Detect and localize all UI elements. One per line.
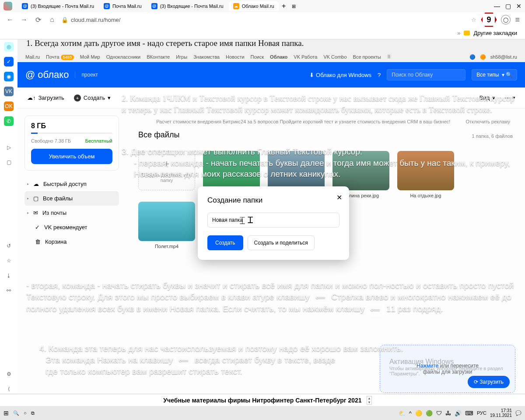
- nav-trash[interactable]: 🗑Корзина: [24, 234, 119, 249]
- trash-icon: 🗑: [35, 238, 41, 245]
- dropzone-upload-button[interactable]: ⟳ Загрузить: [468, 376, 510, 388]
- avatar-icon[interactable]: 🔵: [469, 54, 476, 60]
- nav-link[interactable]: Знакомства: [193, 54, 220, 60]
- dock-settings-icon[interactable]: ⚙: [4, 369, 14, 379]
- storage-plan[interactable]: Бесплатный: [85, 138, 112, 144]
- cloud-icon: ☁: [33, 181, 39, 187]
- mail-icon: @: [151, 3, 158, 9]
- bookmarks-folder[interactable]: Другие закладки: [473, 30, 517, 36]
- project-label: проект: [75, 72, 98, 78]
- extension-badge[interactable]: 9: [481, 12, 497, 28]
- new-tab-button[interactable]: +: [280, 2, 288, 10]
- avatar-icon[interactable]: 🟠: [480, 54, 486, 60]
- start-button[interactable]: ⊞: [4, 410, 9, 416]
- nav-link[interactable]: Одноклассники: [106, 54, 141, 60]
- nav-link[interactable]: Почта 5493: [46, 54, 74, 60]
- search-icon[interactable]: 🔍: [13, 410, 19, 416]
- tray-network-icon[interactable]: 🖧: [445, 410, 451, 416]
- bookmarks-overflow[interactable]: »: [457, 30, 460, 36]
- mail-icon: @: [22, 3, 28, 9]
- dock-ig-icon[interactable]: ▢: [4, 158, 14, 167]
- tray-antivirus-icon[interactable]: 🛡: [436, 410, 442, 416]
- tab-1[interactable]: @Почта Mail.ru: [99, 1, 146, 11]
- close-button[interactable]: ✕: [516, 3, 522, 10]
- home-button[interactable]: ⌂: [47, 16, 57, 24]
- cloud-icon: ☁: [233, 3, 239, 9]
- tray-icon[interactable]: 🟢: [426, 410, 433, 416]
- upgrade-button[interactable]: Увеличить объем: [31, 149, 112, 164]
- tray-chevron-icon[interactable]: ^: [409, 410, 412, 416]
- menu-button[interactable]: ≡: [515, 15, 520, 24]
- tray-weather-icon[interactable]: ⛅: [399, 410, 406, 416]
- folder-nav: ▸☁Быстрый доступ ▸▢Все файлы ▸✉Из почты …: [24, 177, 119, 249]
- dock-collapse-icon[interactable]: ⟨: [4, 384, 14, 394]
- folder-name-input[interactable]: [207, 213, 340, 228]
- download-app-link[interactable]: ⬇ Облако для Windows: [309, 72, 371, 78]
- text-cursor-marker: ⌶ Ꮖ: [240, 215, 253, 225]
- nav-link[interactable]: VK Работа: [294, 54, 317, 60]
- url-field[interactable]: 🔒 cloud.mail.ru/home/: [61, 17, 467, 23]
- file-tile[interactable]: Полет.mp4: [138, 202, 195, 249]
- dock-link-icon[interactable]: ⚯: [4, 286, 14, 295]
- scroll-buttons[interactable]: ▴▾: [367, 396, 372, 405]
- nav-link[interactable]: Мой Мир: [80, 54, 100, 60]
- dock-ok-icon[interactable]: OK: [4, 102, 14, 111]
- nav-from-mail[interactable]: ▸✉Из почты: [24, 206, 119, 220]
- maximize-button[interactable]: ▢: [505, 3, 511, 10]
- reload-button[interactable]: ⟳: [33, 16, 43, 24]
- nav-quick-access[interactable]: ▸☁Быстрый доступ: [24, 177, 119, 191]
- ad-close[interactable]: Отключить рекламу: [466, 119, 510, 124]
- cortana-icon[interactable]: ○: [24, 410, 27, 416]
- ad-banner[interactable]: Расчет стоимости внедрения Битрикс24 за …: [138, 116, 513, 127]
- language-indicator[interactable]: РУС: [477, 410, 486, 416]
- create-share-button[interactable]: Создать и поделиться: [248, 235, 315, 250]
- backspace-key-icon: ⟸: [367, 304, 384, 315]
- forward-button[interactable]: →: [19, 16, 29, 24]
- types-filter[interactable]: Все типы ▾ 🔍: [472, 69, 517, 80]
- dock-whatsapp-icon[interactable]: ✆: [4, 116, 14, 126]
- search-input[interactable]: Поиск по Облаку: [387, 69, 466, 80]
- back-button[interactable]: ←: [5, 16, 15, 24]
- clock[interactable]: 17:3119.11.2021: [490, 408, 512, 418]
- nav-link[interactable]: Облако: [270, 54, 287, 60]
- nav-link[interactable]: Новости: [226, 54, 245, 60]
- tab-2[interactable]: @(3) Входящие - Почта Mail.ru: [147, 1, 228, 11]
- nav-link[interactable]: Поиск: [251, 54, 264, 60]
- dock-history-icon[interactable]: ↺: [4, 241, 14, 251]
- create-button[interactable]: +Создать ▾: [74, 94, 111, 102]
- dock-icon[interactable]: ✓: [4, 57, 14, 66]
- apps-icon[interactable]: ⠿: [387, 54, 391, 60]
- nav-link[interactable]: Игры: [176, 54, 187, 60]
- nav-link[interactable]: Все проекты: [353, 54, 381, 60]
- minimize-button[interactable]: —: [494, 3, 500, 10]
- tray-icon[interactable]: 🟡: [415, 410, 422, 416]
- left-panel: 8 ГБ Свободно 7.38 ГБ Бесплатный Увеличи…: [18, 108, 126, 256]
- upload-button[interactable]: ☁↑Загрузить: [27, 94, 64, 101]
- tray-keyboard-icon[interactable]: ⌨: [465, 410, 473, 416]
- notifications-icon[interactable]: 💬: [515, 410, 522, 416]
- dock-star-icon[interactable]: ☆: [4, 256, 14, 266]
- dock-vk-icon[interactable]: VK: [4, 87, 14, 96]
- help-icon[interactable]: ?: [378, 72, 381, 78]
- close-icon[interactable]: ✕: [336, 193, 342, 202]
- dock-icon[interactable]: ◉: [4, 72, 14, 81]
- tray-volume-icon[interactable]: 🔊: [455, 410, 462, 416]
- favorite-icon[interactable]: ☆: [471, 17, 476, 23]
- tab-3[interactable]: ☁Облако Mail.ru: [229, 1, 279, 11]
- nav-link[interactable]: VK Combo: [323, 54, 346, 60]
- nav-link[interactable]: ВКонтакте: [147, 54, 170, 60]
- profile-button[interactable]: ◯: [501, 15, 511, 24]
- nav-link[interactable]: Mail.ru: [25, 54, 40, 60]
- dock-icon[interactable]: ◎: [4, 42, 14, 52]
- dock-play-icon[interactable]: ▷: [4, 143, 14, 152]
- folder-icon: [464, 31, 470, 35]
- dock-download-icon[interactable]: ⭳: [4, 271, 14, 280]
- nav-vk-recommends[interactable]: ✓VK рекомендует: [24, 220, 119, 234]
- cloud-logo[interactable]: @ облако: [25, 69, 69, 80]
- workspaces-icon[interactable]: ⊞: [292, 4, 296, 9]
- nav-all-files[interactable]: ▸▢Все файлы: [24, 191, 119, 206]
- user-email[interactable]: sh58@list.ru: [490, 54, 517, 60]
- create-button[interactable]: Создать: [207, 235, 243, 250]
- tab-0[interactable]: @(3) Входящие - Почта Mail.ru: [18, 1, 98, 11]
- taskview-icon[interactable]: ⧉: [31, 410, 35, 416]
